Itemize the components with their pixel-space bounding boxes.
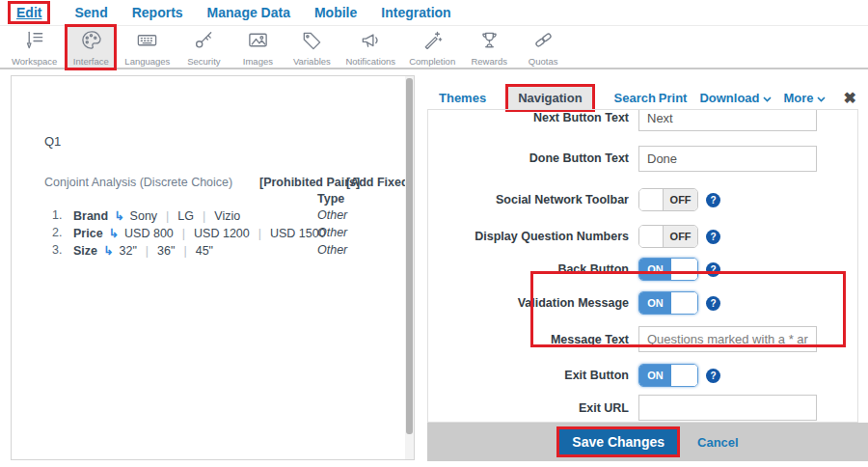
type-column-header: Type xyxy=(317,192,344,206)
key-icon xyxy=(193,29,215,55)
level-separator: | xyxy=(200,209,208,223)
social-network-toolbar-toggle[interactable]: OFF xyxy=(638,188,698,211)
toolbar-item-quotas[interactable]: Quotas xyxy=(517,24,569,70)
form-row-exit-url: Exit URL xyxy=(428,394,857,422)
done-button-text-input[interactable] xyxy=(638,146,817,172)
top-nav: Edit Send Reports Manage Data Mobile Int… xyxy=(0,0,868,26)
attribute-level: USD 800 xyxy=(124,227,174,240)
level-separator: | xyxy=(179,227,188,240)
megaphone-icon xyxy=(360,29,382,55)
back-button-toggle[interactable]: ON xyxy=(638,258,698,281)
interface-settings-panel: Themes Navigation Search Print Download … xyxy=(418,75,868,467)
toolbar-label: Interface xyxy=(73,56,109,67)
survey-preview-panel: Q1 Conjoint Analysis (Discrete Choice) [… xyxy=(11,75,415,460)
scrollbar-thumb[interactable] xyxy=(406,78,413,434)
attribute-level: 32" xyxy=(120,244,137,258)
navigation-settings-form: Next Button Text Done Button Text Social… xyxy=(427,109,858,423)
form-row-message-text: Message Text xyxy=(428,325,857,353)
help-icon[interactable]: ? xyxy=(706,369,720,383)
attribute-level: 45" xyxy=(196,244,213,258)
attribute-level: Vizio xyxy=(214,209,240,223)
nav-item-mobile[interactable]: Mobile xyxy=(314,5,357,20)
nav-item-send[interactable]: Send xyxy=(74,5,107,20)
validation-message-toggle[interactable]: ON xyxy=(638,291,698,315)
toolbar-item-rewards[interactable]: Rewards xyxy=(463,24,515,70)
form-row-social-network-toolbar: Social Network Toolbar OFF ? xyxy=(428,187,857,212)
preview-scrollbar[interactable] xyxy=(405,76,414,459)
chevron-down-icon xyxy=(763,91,772,105)
level-arrow-icon: ↳ xyxy=(103,243,113,258)
toolbar-label: Notifications xyxy=(345,56,395,67)
toolbar-label: Variables xyxy=(293,56,331,67)
toolbar-item-languages[interactable]: Languages xyxy=(119,24,176,70)
nav-item-edit[interactable]: Edit xyxy=(8,1,50,24)
field-label: Back Button xyxy=(428,262,638,276)
help-icon[interactable]: ? xyxy=(706,262,720,277)
attribute-level: Sony xyxy=(130,209,158,223)
field-label: Done Button Text xyxy=(428,151,638,165)
help-icon[interactable]: ? xyxy=(706,193,720,207)
toolbar-label: Security xyxy=(187,56,220,67)
toolbar-item-workspace[interactable]: Workspace xyxy=(6,24,63,70)
attribute-level: 36" xyxy=(157,244,175,258)
toolbar-item-notifications[interactable]: Notifications xyxy=(339,24,401,70)
form-footer-bar: Save Changes Cancel xyxy=(427,423,868,461)
toolbar-label: Completion xyxy=(409,56,455,67)
help-icon[interactable]: ? xyxy=(706,296,720,311)
tag-icon xyxy=(301,29,323,55)
cancel-link[interactable]: Cancel xyxy=(697,435,739,450)
attribute-row-brand: 1. Brand ↳ Sony | LG | Vizio Other xyxy=(12,208,415,224)
nav-item-integration[interactable]: Integration xyxy=(381,5,450,20)
exit-url-input[interactable] xyxy=(638,395,817,421)
form-row-exit-button: Exit Button ON ? xyxy=(428,363,857,388)
tab-search[interactable]: Search xyxy=(614,91,656,105)
nav-item-reports[interactable]: Reports xyxy=(132,5,183,20)
toolbar-label: Images xyxy=(243,56,273,67)
more-link[interactable]: More xyxy=(784,91,826,105)
tab-navigation[interactable]: Navigation xyxy=(505,84,594,112)
tab-themes[interactable]: Themes xyxy=(439,91,486,105)
download-link[interactable]: Download xyxy=(699,91,771,105)
help-icon[interactable]: ? xyxy=(706,230,720,244)
close-icon[interactable]: ✖ xyxy=(844,89,856,107)
edit-toolbar: Workspace Interface Languages Security I… xyxy=(0,26,868,69)
toolbar-item-completion[interactable]: Completion xyxy=(403,24,461,70)
attribute-number: 1. xyxy=(52,208,62,222)
message-text-input[interactable] xyxy=(638,326,817,352)
trophy-icon xyxy=(478,29,501,55)
form-row-next-button-text: Next Button Text xyxy=(428,109,857,133)
toolbar-label: Languages xyxy=(124,56,170,67)
form-row-validation-message: Validation Message ON ? xyxy=(428,290,857,316)
level-separator: | xyxy=(163,209,172,223)
toolbar-item-security[interactable]: Security xyxy=(177,24,230,70)
toolbar-label: Workspace xyxy=(12,56,57,67)
level-separator: | xyxy=(180,244,189,258)
form-row-back-button: Back Button ON ? xyxy=(428,257,857,282)
image-icon xyxy=(247,29,269,55)
attribute-name-link[interactable]: Size xyxy=(73,244,97,258)
toolbar-item-interface[interactable]: Interface xyxy=(65,24,117,70)
attribute-level: LG xyxy=(177,209,194,223)
field-label: Exit URL xyxy=(428,401,638,415)
exit-button-toggle[interactable]: ON xyxy=(638,364,698,387)
settings-tab-row: Themes Navigation Search Print Download … xyxy=(418,83,868,112)
print-link[interactable]: Print xyxy=(659,91,688,105)
next-button-text-input[interactable] xyxy=(638,109,817,131)
level-separator: | xyxy=(143,244,151,258)
save-changes-button[interactable]: Save Changes xyxy=(556,426,680,457)
attribute-number: 2. xyxy=(52,226,62,239)
nav-item-manage-data[interactable]: Manage Data xyxy=(207,5,290,20)
attribute-name-link[interactable]: Brand xyxy=(73,209,108,223)
display-question-numbers-toggle[interactable]: OFF xyxy=(638,225,698,248)
level-separator: | xyxy=(256,227,264,240)
prohibited-pairs-link[interactable]: [Prohibited Pairs] xyxy=(259,176,360,189)
attribute-row-price: 2. Price ↳ USD 800 | USD 1200 | USD 1500… xyxy=(12,226,415,241)
field-label: Exit Button xyxy=(428,369,638,382)
magic-wand-icon xyxy=(421,29,444,55)
field-label: Validation Message xyxy=(428,296,638,310)
toolbar-item-images[interactable]: Images xyxy=(231,24,284,70)
attribute-level: USD 1200 xyxy=(194,227,250,240)
attribute-name-link[interactable]: Price xyxy=(73,227,103,240)
toolbar-item-variables[interactable]: Variables xyxy=(285,24,338,70)
question-id: Q1 xyxy=(44,134,61,149)
